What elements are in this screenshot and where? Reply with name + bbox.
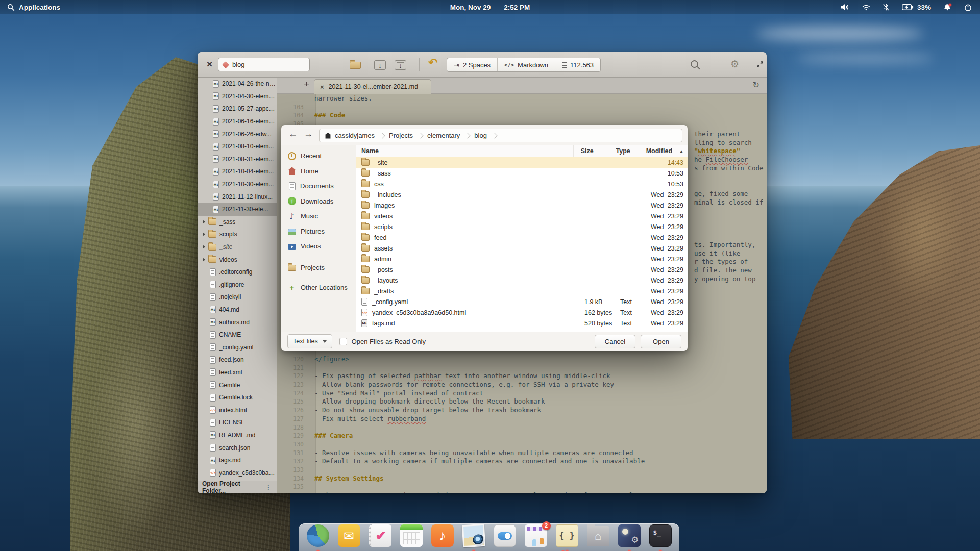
sidebar-file-item[interactable]: search.json <box>198 441 277 454</box>
sidebar-file-item[interactable]: _config.yaml <box>198 341 277 354</box>
files-icon[interactable]: ⌂ <box>586 524 610 547</box>
readonly-checkbox[interactable] <box>339 338 347 345</box>
file-row[interactable]: scripts Wed 23:29 <box>356 221 688 232</box>
wifi-icon[interactable] <box>862 4 870 11</box>
breadcrumb-segment[interactable]: elementary <box>427 132 460 139</box>
place-item[interactable]: Music <box>281 209 356 224</box>
place-item[interactable]: Downloads <box>281 194 356 209</box>
sidebar-file-item[interactable]: index.html <box>198 404 277 416</box>
cancel-button[interactable]: Cancel <box>595 335 635 348</box>
open-button[interactable]: Open <box>641 335 681 348</box>
applications-menu[interactable]: Applications <box>7 4 60 11</box>
sidebar-file-item[interactable]: tags.md <box>198 454 277 467</box>
volume-icon[interactable] <box>841 4 850 11</box>
back-button[interactable]: ← <box>288 129 298 139</box>
file-row[interactable]: _config.yaml 1.9 kB Text Wed 23:29 <box>356 296 688 307</box>
slideshow-icon[interactable]: ⚙ <box>618 524 641 547</box>
file-row[interactable]: css 10:53 <box>356 179 688 189</box>
place-item[interactable]: Home <box>281 164 356 179</box>
code-icon[interactable]: { } <box>555 524 579 547</box>
save-button[interactable] <box>374 60 386 70</box>
settings-menu-button[interactable]: ⚙ <box>730 58 739 70</box>
sidebar-file-item[interactable]: Gemfile.lock <box>198 391 277 404</box>
sidebar-file-item[interactable]: feed.xml <box>198 366 277 379</box>
file-row[interactable]: feed Wed 23:29 <box>356 232 688 243</box>
column-type-header[interactable]: Type <box>611 145 642 157</box>
window-close-button[interactable]: × <box>207 58 212 71</box>
file-row[interactable]: _site 14:43 <box>356 157 688 168</box>
sidebar-file-item[interactable]: _sass <box>198 216 277 229</box>
file-row[interactable]: tags.md 520 bytes Text Wed 23:29 <box>356 318 688 329</box>
file-row[interactable]: _posts Wed 23:29 <box>356 264 688 275</box>
mail-icon[interactable]: ✉ <box>337 524 361 547</box>
expander-icon[interactable] <box>203 245 205 249</box>
file-row[interactable]: images Wed 23:29 <box>356 200 688 211</box>
sidebar-file-item[interactable]: _site <box>198 241 277 254</box>
new-tab-button[interactable]: + <box>304 79 309 90</box>
place-item[interactable]: Videos <box>281 239 356 254</box>
expander-icon[interactable] <box>203 220 205 224</box>
music-icon[interactable]: ♪ <box>431 524 454 547</box>
expander-icon[interactable] <box>203 258 205 262</box>
line-position-button[interactable]: 112.563 <box>555 58 600 71</box>
file-row[interactable]: _includes Wed 23:29 <box>356 189 688 200</box>
terminal-icon[interactable]: $_ <box>649 524 672 547</box>
sidebar-file-item[interactable]: 2021-08-10-elem... <box>198 140 277 153</box>
sidebar-file-item[interactable]: 2021-11-30-ele... <box>198 203 277 216</box>
sidebar-file-item[interactable]: yandex_c5d3c0ba8a9a... <box>198 466 277 479</box>
sidebar-file-item[interactable]: scripts <box>198 228 277 241</box>
tab-active[interactable]: × 2021-11-30-el...ember-2021.md <box>314 79 431 94</box>
sidebar-file-item[interactable]: 2021-04-30-elemen... <box>198 90 277 103</box>
sidebar-file-item[interactable]: .gitignore <box>198 279 277 291</box>
find-button[interactable] <box>691 60 698 68</box>
undo-button[interactable]: ↶ <box>428 56 437 69</box>
datetime-indicator[interactable]: Mon, Nov 29 2:52 PM <box>450 4 530 11</box>
column-name-header[interactable]: Name <box>356 145 574 157</box>
file-row[interactable]: videos Wed 23:29 <box>356 211 688 221</box>
tasks-icon[interactable]: ✔ <box>369 524 392 547</box>
file-row[interactable]: yandex_c5d3c0ba8a9a6d50.html 162 bytes T… <box>356 307 688 318</box>
place-item[interactable]: Other Locations <box>281 280 356 295</box>
place-item[interactable]: Documents <box>281 179 356 194</box>
place-item[interactable]: Recent <box>281 148 356 164</box>
photos-icon[interactable] <box>462 524 485 547</box>
sidebar-file-item[interactable]: 2021-06-26-edw... <box>198 128 277 140</box>
sidebar-file-item[interactable]: CNAME <box>198 329 277 341</box>
close-tab-icon[interactable]: × <box>320 83 324 91</box>
place-item[interactable]: Projects <box>281 260 356 276</box>
file-row[interactable]: _drafts Wed 23:29 <box>356 286 688 296</box>
breadcrumb-segment[interactable]: blog <box>474 132 487 139</box>
notifications-icon[interactable] <box>943 3 952 11</box>
language-button[interactable]: </> Markdown <box>498 58 555 71</box>
sidebar-file-item[interactable]: 2021-04-26-the-ne... <box>198 78 277 90</box>
breadcrumb-segment[interactable]: Projects <box>389 132 413 139</box>
sidebar-file-item[interactable]: 2021-11-12-linux... <box>198 190 277 203</box>
search-input[interactable]: blog <box>218 58 310 71</box>
power-icon[interactable] <box>964 4 972 11</box>
tab-history-icon[interactable]: ↻ <box>753 80 760 90</box>
file-row[interactable]: admin Wed 23:29 <box>356 254 688 264</box>
sidebar-file-item[interactable]: LICENSE <box>198 416 277 429</box>
system-settings-icon[interactable] <box>493 524 517 547</box>
sidebar-file-item[interactable]: Gemfile <box>198 379 277 391</box>
save-as-button[interactable] <box>395 60 406 70</box>
sidebar-file-item[interactable]: 2021-10-30-elem... <box>198 178 277 191</box>
file-row[interactable]: _sass 10:53 <box>356 168 688 179</box>
sidebar-file-item[interactable]: .editorconfig <box>198 266 277 279</box>
sidebar-file-item[interactable]: 2021-06-16-element... <box>198 115 277 128</box>
sidebar-file-item[interactable]: 2021-08-31-elem... <box>198 153 277 166</box>
sidebar-file-item[interactable]: authors.md <box>198 316 277 329</box>
bluetooth-disabled-icon[interactable] <box>883 4 890 11</box>
place-item[interactable]: Pictures <box>281 224 356 239</box>
sidebar-file-item[interactable]: videos <box>198 253 277 266</box>
web-browser-icon[interactable] <box>306 524 330 547</box>
overflow-menu-icon[interactable]: ⋮ <box>265 483 272 491</box>
file-row[interactable]: _layouts Wed 23:29 <box>356 275 688 286</box>
sidebar-file-item[interactable]: 2021-05-27-appcent... <box>198 103 277 115</box>
forward-button[interactable]: → <box>304 129 313 139</box>
column-size-header[interactable]: Size <box>574 145 611 157</box>
open-project-folder-button[interactable]: Open Project Folder... ⋮ <box>198 481 277 493</box>
file-row[interactable]: assets Wed 23:29 <box>356 243 688 254</box>
fullscreen-button[interactable] <box>756 60 764 70</box>
breadcrumb[interactable]: cassidyjames Projects elementary blog <box>319 129 682 142</box>
